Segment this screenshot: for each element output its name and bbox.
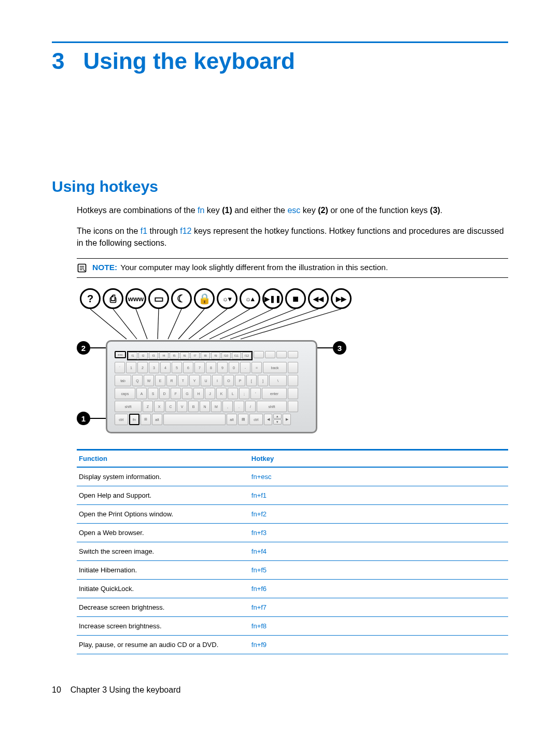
lock-icon: 🔒 [194, 288, 215, 309]
document-page: 3 Using the keyboard Using hotkeys Hotke… [0, 0, 560, 715]
note-icon [77, 263, 87, 273]
brightness-down-icon: ☼▾ [217, 288, 237, 309]
svg-line-12 [209, 309, 273, 339]
th-hotkey: Hotkey [249, 450, 508, 468]
esc-key-text: esc [287, 206, 300, 215]
svg-line-6 [136, 309, 147, 339]
section-title: Using hotkeys [52, 178, 508, 195]
note-label: NOTE: [92, 263, 117, 272]
svg-line-14 [230, 309, 318, 339]
note-text: NOTE:Your computer may look slightly dif… [92, 263, 388, 272]
callout-3: 3 [333, 341, 346, 355]
leader-lines [77, 309, 357, 340]
keyboard-with-callouts: 2 1 esc f1 f2 f3 [77, 340, 508, 433]
prev-track-icon: ◀◀ [308, 288, 329, 309]
table-row: Play, pause, or resume an audio CD or a … [77, 636, 508, 654]
svg-line-4 [90, 309, 127, 339]
table-row: Decrease screen brightness.fn+f7 [77, 598, 508, 617]
top-rule [52, 41, 508, 43]
paragraph-1: Hotkeys are combinations of the fn key (… [77, 205, 508, 216]
note-block: NOTE:Your computer may look slightly dif… [77, 258, 508, 278]
table-row: Initiate QuickLock.fn+f6 [77, 580, 508, 598]
svg-line-5 [113, 309, 137, 339]
svg-line-8 [168, 309, 181, 339]
svg-line-10 [189, 309, 227, 339]
chapter-footer-label: Chapter 3 Using the keyboard [71, 685, 181, 695]
function-icon-row: ? ⎙ www ▭ ☾ 🔒 ☼▾ ☼▴ ▶❚❚ ■ ◀◀ ▶▶ [80, 288, 508, 309]
play-pause-icon: ▶❚❚ [262, 288, 283, 309]
table-row: Increase screen brightness.fn+f8 [77, 617, 508, 636]
svg-line-15 [241, 309, 341, 339]
body-block: Hotkeys are combinations of the fn key (… [77, 205, 508, 654]
www-icon: www [125, 288, 146, 309]
table-row: Open Help and Support.fn+f1 [77, 486, 508, 505]
sleep-icon: ☾ [171, 288, 192, 309]
svg-line-13 [220, 309, 296, 339]
kbd-function-row: esc f1 f2 f3 f4 f5 f6 f7 f8 f9 f10 [115, 351, 309, 360]
callout-2: 2 [77, 341, 90, 355]
table-row: Switch the screen image.fn+f4 [77, 542, 508, 561]
callout-1: 1 [77, 412, 90, 425]
page-footer: 10 Chapter 3 Using the keyboard [52, 685, 508, 695]
brightness-up-icon: ☼▴ [240, 288, 260, 309]
display-switch-icon: ▭ [148, 288, 169, 309]
chapter-number: 3 [52, 48, 64, 74]
th-function: Function [77, 450, 249, 468]
paragraph-2: The icons on the f1 through f12 keys rep… [77, 226, 508, 249]
next-track-icon: ▶▶ [331, 288, 352, 309]
print-icon: ⎙ [103, 288, 123, 309]
table-row: Open the Print Options window.fn+f2 [77, 505, 508, 524]
chapter-title: Using the keyboard [83, 48, 295, 74]
chapter-heading: 3 Using the keyboard [52, 48, 508, 74]
table-row: Initiate Hibernation.fn+f5 [77, 561, 508, 580]
hotkey-table: Function Hotkey Display system informati… [77, 449, 508, 654]
help-icon: ? [80, 288, 101, 309]
keyboard-graphic: esc f1 f2 f3 f4 f5 f6 f7 f8 f9 f10 [106, 340, 317, 433]
svg-line-11 [199, 309, 250, 339]
svg-line-9 [178, 309, 204, 339]
table-row: Display system information.fn+esc [77, 467, 508, 486]
page-number: 10 [52, 685, 61, 695]
stop-icon: ■ [285, 288, 306, 309]
fn-key-text: fn [198, 206, 204, 215]
table-row: Open a Web browser.fn+f3 [77, 524, 508, 542]
svg-line-7 [158, 309, 159, 339]
keyboard-illustration: ? ⎙ www ▭ ☾ 🔒 ☼▾ ☼▴ ▶❚❚ ■ ◀◀ ▶▶ [77, 288, 508, 433]
